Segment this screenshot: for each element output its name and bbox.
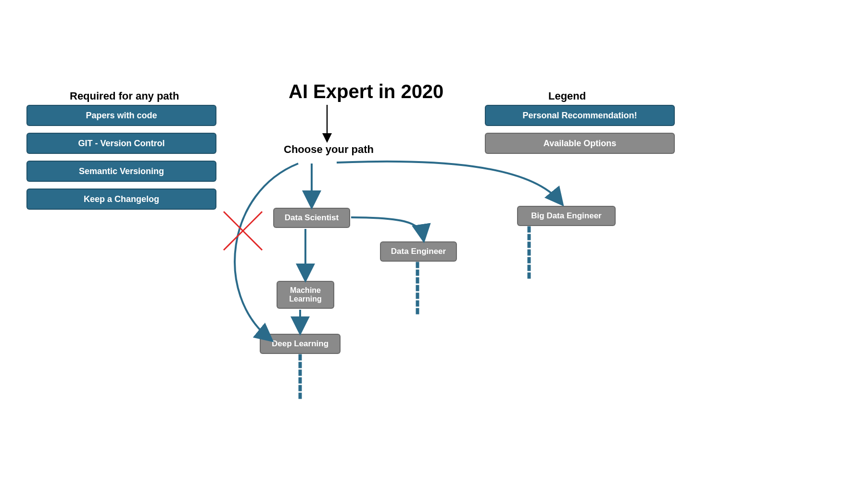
node-deep-learning: Deep Learning	[260, 334, 341, 354]
legend-heading: Legend	[548, 90, 586, 102]
required-item-semantic-versioning: Semantic Versioning	[26, 161, 216, 182]
node-data-engineer: Data Engineer	[380, 241, 457, 262]
node-machine-learning: Machine Learning	[277, 281, 334, 309]
required-heading: Required for any path	[70, 90, 179, 102]
legend-recommendation: Personal Recommendation!	[485, 105, 675, 126]
required-item-keep-a-changelog: Keep a Changelog	[26, 189, 216, 210]
choose-your-path-label: Choose your path	[284, 143, 374, 156]
diagram-canvas: AI Expert in 2020 Required for any path …	[0, 0, 847, 504]
node-data-scientist: Data Scientist	[273, 208, 350, 228]
required-item-git-version-control: GIT - Version Control	[26, 133, 216, 154]
svg-line-6	[224, 212, 262, 250]
node-big-data-engineer: Big Data Engineer	[517, 206, 616, 226]
legend-available: Available Options	[485, 133, 675, 154]
required-item-papers-with-code: Papers with code	[26, 105, 216, 126]
diagram-title: AI Expert in 2020	[289, 81, 443, 102]
cross-icon	[224, 212, 262, 250]
svg-line-7	[224, 212, 262, 250]
